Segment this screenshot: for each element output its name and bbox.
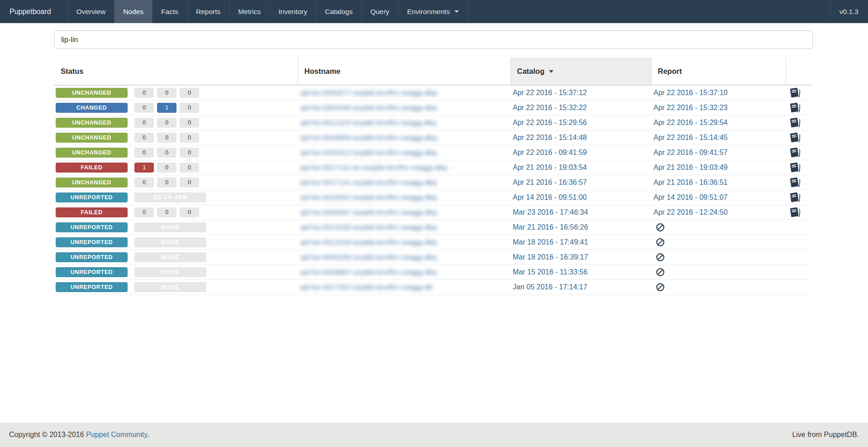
column-header-status[interactable]: Status [54,58,298,85]
node-search-input[interactable] [54,30,813,49]
report-icon-cell [786,115,813,130]
report-book-icon[interactable] [789,146,801,159]
report-age-box: NONE [134,282,206,292]
nav-item-facts[interactable]: Facts [152,0,187,23]
no-report-ban-icon [656,283,665,292]
report-timestamp-link[interactable]: Apr 21 2016 - 16:36:51 [653,178,728,186]
puppet-community-link[interactable]: Puppet Community [86,431,147,438]
hostname-link-redacted[interactable]: qd-hw-0017141-bz-wzpbb-bnvfhn-xwqgg-dbq [300,163,447,171]
report-book-icon[interactable] [789,161,801,173]
report-age-box: 8D 5H 49M [134,192,206,202]
report-cell: Apr 22 2016 - 15:29:54 [651,115,786,130]
event-count-box: 0 [134,148,154,158]
nav-item-metrics[interactable]: Metrics [229,0,269,23]
table-row: UNREPORTEDNONEqd-hw-0012163-wzpbb-bnvfhn… [54,235,813,250]
nav-item-overview[interactable]: Overview [67,0,114,23]
catalog-timestamp-link[interactable]: Apr 21 2016 - 19:03:54 [513,163,587,171]
hostname-link-redacted[interactable]: qd-hw-0000097-wzpbb-bnvfhn-xwqgg-dbq [300,208,437,216]
hostname-cell: qd-hw-0004900-wzpbb-bnvfhn-xwqgg-dbq [298,130,510,145]
catalog-timestamp-link[interactable]: Apr 21 2016 - 16:36:57 [513,178,587,186]
status-badge: UNCHANGED [56,148,128,158]
no-report-ban-icon [656,268,665,277]
hostname-link-redacted[interactable]: qd-hw-0009887-wzpbb-bnvfhn-xwqgg-dbq [300,268,437,276]
catalog-timestamp-link[interactable]: Apr 22 2016 - 15:37:12 [513,89,587,96]
hostname-cell: qd-hw-0000097-wzpbb-bnvfhn-xwqgg-dbq [298,205,510,220]
report-timestamp-link[interactable]: Apr 22 2016 - 09:41:57 [653,149,728,156]
catalog-timestamp-link[interactable]: Apr 22 2016 - 09:41:59 [513,149,587,156]
report-book-icon[interactable] [789,206,801,218]
column-header-catalog[interactable]: Catalog [510,58,651,85]
hostname-link-redacted[interactable]: qd-hw-0004900-wzpbb-bnvfhn-xwqgg-dbq [300,134,437,141]
report-icon-cell [786,85,813,100]
hostname-link-redacted[interactable]: qd-hw-0006165-wzpbb-bnvfhn-xwqgg-dbq [300,253,437,261]
status-badge: UNREPORTED [56,282,128,292]
report-book-icon[interactable] [789,116,801,129]
nav-item-query[interactable]: Query [361,0,398,23]
hostname-cell: qd-hw-0013165-wzpbb-bnvfhn-xwqgg-dbq [298,220,510,235]
copyright-text: Copyright © 2013-2016 [9,431,84,438]
catalog-timestamp-link[interactable]: Apr 22 2016 - 15:14:48 [513,134,587,141]
catalog-timestamp-link[interactable]: Jan 05 2016 - 17:14:17 [513,283,587,291]
event-counts: 000 [134,118,202,128]
report-timestamp-link[interactable]: Apr 21 2016 - 19:03:49 [653,163,728,171]
hostname-link-redacted[interactable]: qd-hw-0017352-wzpbb-bnvfhn-xwqgg-db [300,283,433,291]
report-book-icon[interactable] [789,131,801,144]
catalog-cell: Apr 22 2016 - 15:32:22 [510,100,651,115]
hostname-cell: qd-hw-0012163-wzpbb-bnvfhn-xwqgg-dbq [298,235,510,250]
report-icon-cell [786,279,813,294]
catalog-timestamp-link[interactable]: Apr 14 2016 - 09:51:00 [513,193,587,201]
catalog-timestamp-link[interactable]: Mar 23 2016 - 17:46:34 [513,208,588,216]
hostname-link-redacted[interactable]: qd-hw-0017141-wzpbb-bnvfhn-xwqgg-dbq [300,178,437,186]
hostname-link-redacted[interactable]: qd-hw-0012163-wzpbb-bnvfhn-xwqgg-dbq [300,238,437,246]
event-count-box: 0 [157,163,176,173]
report-icon-cell [786,205,813,220]
catalog-timestamp-link[interactable]: Mar 15 2016 - 11:33:56 [513,268,587,276]
report-timestamp-link[interactable]: Apr 22 2016 - 15:32:23 [653,104,728,111]
report-book-icon[interactable] [789,101,801,114]
report-book-icon[interactable] [789,176,801,188]
table-row: UNCHANGED000qd-hw-0017141-wzpbb-bnvfhn-x… [54,175,813,190]
hostname-link-redacted[interactable]: qd-hw-0000077-wzpbb-bnvfhn-xwqgg-dbq [300,89,437,96]
report-book-icon[interactable] [789,87,801,99]
report-timestamp-link[interactable]: Apr 22 2016 - 12:24:50 [653,208,728,216]
catalog-cell: Mar 21 2016 - 16:56:26 [510,220,651,235]
event-count-box: 0 [180,163,199,173]
catalog-timestamp-link[interactable]: Mar 21 2016 - 16:56:26 [513,223,588,231]
hostname-link-redacted[interactable]: qd-hw-0024052-wzpbb-bnvfhn-xwqgg-dbq [300,193,437,201]
status-badge: UNCHANGED [56,118,128,128]
nav-item-catalogs[interactable]: Catalogs [316,0,361,23]
hostname-link-redacted[interactable]: qd-hw-0002045-wzpbb-bnvfhn-xwqgg-dbq [300,104,437,111]
catalog-timestamp-link[interactable]: Mar 18 2016 - 17:49:41 [513,238,588,246]
report-cell [651,279,786,294]
table-row: UNCHANGED000qd-hw-0000077-wzpbb-bnvfhn-x… [54,85,813,100]
catalog-timestamp-link[interactable]: Mar 18 2016 - 16:39:17 [513,253,588,261]
column-header-report[interactable]: Report [651,58,786,85]
column-label-status: Status [61,67,83,75]
nav-item-nodes[interactable]: Nodes [114,0,152,23]
hostname-link-redacted[interactable]: qd-hw-0000412-wzpbb-bnvfhn-xwqgg-dbq [300,149,437,156]
report-timestamp-link[interactable]: Apr 14 2016 - 09:51:07 [653,193,728,201]
nav-item-reports[interactable]: Reports [187,0,229,23]
hostname-cell: qd-hw-0024052-wzpbb-bnvfhn-xwqgg-dbq [298,190,510,205]
report-timestamp-link[interactable]: Apr 22 2016 - 15:37:10 [653,89,728,96]
nodes-table-body: UNCHANGED000qd-hw-0000077-wzpbb-bnvfhn-x… [54,85,813,294]
report-book-icon[interactable] [789,191,801,203]
table-row: FAILED100qd-hw-0017141-bz-wzpbb-bnvfhn-x… [54,160,813,175]
nav-item-label: Metrics [238,8,261,16]
app-brand[interactable]: Puppetboard [0,0,67,23]
report-timestamp-link[interactable]: Apr 22 2016 - 15:29:54 [653,119,728,126]
column-header-hostname[interactable]: Hostname [298,58,510,85]
hostname-link-redacted[interactable]: qd-hw-0013165-wzpbb-bnvfhn-xwqgg-dbq [300,223,437,231]
event-count-box: 0 [134,207,154,217]
nav-item-environments[interactable]: Environments [398,0,468,23]
catalog-timestamp-link[interactable]: Apr 22 2016 - 15:32:22 [513,104,587,111]
report-timestamp-link[interactable]: Apr 22 2016 - 15:14:45 [653,134,728,141]
catalog-timestamp-link[interactable]: Apr 22 2016 - 15:29:56 [513,119,587,126]
nav-item-inventory[interactable]: Inventory [269,0,316,23]
event-counts: 000 [134,88,202,98]
catalog-cell: Mar 18 2016 - 16:39:17 [510,250,651,264]
report-cell [651,264,786,279]
report-icon-cell [786,220,813,235]
report-cell: Apr 14 2016 - 09:51:07 [651,190,786,205]
hostname-link-redacted[interactable]: qd-hw-0011315-wzpbb-bnvfhn-xwqgg-dbq [300,119,436,126]
